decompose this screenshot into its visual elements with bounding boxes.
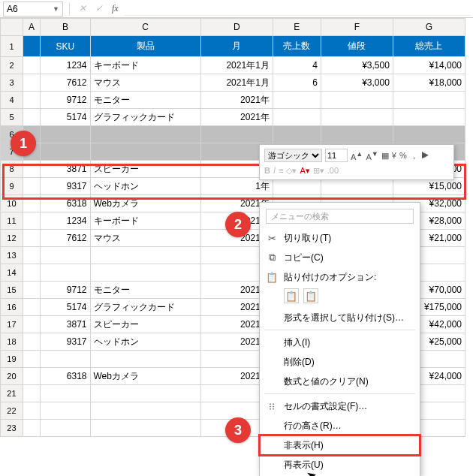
cell[interactable] — [23, 74, 40, 92]
cell[interactable] — [23, 195, 40, 212]
col-header-D[interactable]: D — [200, 19, 273, 36]
menu-hide[interactable]: 非表示(H) — [260, 435, 420, 455]
cell[interactable] — [90, 385, 200, 402]
menu-paste-special[interactable]: 形式を選択して貼り付け(S)… — [260, 308, 420, 327]
cell[interactable]: 値段 — [321, 36, 393, 57]
cell[interactable]: 6318 — [41, 368, 90, 385]
cell[interactable] — [41, 420, 90, 437]
cell[interactable] — [321, 109, 393, 126]
row-header[interactable]: 9 — [1, 178, 23, 195]
menu-search[interactable]: メニューの検索 — [266, 209, 414, 224]
cell[interactable] — [23, 57, 40, 74]
cell[interactable] — [23, 368, 40, 385]
cell[interactable]: 9712 — [41, 92, 90, 109]
cell[interactable] — [90, 247, 200, 264]
menu-row-height[interactable]: 行の高さ(R)… — [260, 416, 420, 435]
merge-icon[interactable]: ▦ — [381, 149, 389, 162]
cell[interactable] — [23, 109, 40, 126]
cell[interactable]: 6318 — [41, 195, 90, 212]
cell[interactable] — [23, 385, 40, 402]
fx-icon[interactable]: fx — [109, 3, 122, 14]
row-header[interactable]: 21 — [1, 385, 23, 402]
row-header[interactable]: 11 — [1, 212, 23, 230]
cell[interactable] — [23, 282, 40, 299]
cell[interactable] — [321, 126, 393, 143]
paste-option-2[interactable]: 📋 — [303, 288, 318, 303]
cell[interactable] — [273, 92, 321, 109]
cell[interactable] — [23, 333, 40, 351]
cell[interactable] — [41, 351, 90, 368]
font-color-icon[interactable]: A▾ — [300, 164, 309, 177]
row-header[interactable]: 17 — [1, 316, 23, 333]
percent-icon[interactable]: % — [399, 149, 407, 162]
cell[interactable]: 3871 — [41, 316, 90, 333]
menu-unhide[interactable]: 再表示(U) — [260, 455, 420, 474]
cell[interactable] — [23, 299, 40, 316]
cell[interactable] — [23, 92, 40, 109]
comma-icon[interactable]: ， — [410, 149, 418, 162]
cell[interactable]: 月 — [200, 36, 273, 57]
cell[interactable]: スピーカー — [90, 316, 200, 333]
row-header[interactable]: 18 — [1, 333, 23, 351]
cell[interactable] — [23, 402, 40, 420]
font-size-input[interactable] — [325, 149, 348, 162]
row-header[interactable]: 10 — [1, 195, 23, 212]
italic-icon[interactable]: I — [273, 164, 276, 177]
fill-color-icon[interactable]: ◇▾ — [286, 164, 297, 177]
cell[interactable]: モニター — [90, 92, 200, 109]
cell[interactable]: 製品 — [90, 36, 200, 57]
row-header[interactable]: 22 — [1, 402, 23, 420]
cell[interactable]: ヘッドホン — [90, 178, 200, 195]
cell[interactable] — [41, 126, 90, 143]
bold-icon[interactable]: B — [264, 164, 270, 177]
border-icon[interactable]: ⊞▾ — [313, 164, 324, 177]
cell[interactable] — [23, 351, 40, 368]
cell[interactable] — [393, 126, 465, 143]
font-select[interactable]: 游ゴシック — [264, 149, 322, 162]
cell[interactable] — [90, 264, 200, 282]
cell[interactable]: 2021年1月 — [200, 74, 273, 92]
cell[interactable] — [90, 143, 200, 161]
row-header[interactable]: 3 — [1, 74, 23, 92]
cell[interactable]: ¥14,000 — [393, 57, 465, 74]
cell[interactable]: 1年 — [200, 178, 273, 195]
cell[interactable]: 2021年 — [200, 92, 273, 109]
cell[interactable]: スピーカー — [90, 161, 200, 178]
cell[interactable]: 1234 — [41, 57, 90, 74]
cell[interactable]: 9712 — [41, 282, 90, 299]
cell[interactable]: 7612 — [41, 74, 90, 92]
row-header[interactable]: 5 — [1, 109, 23, 126]
cell[interactable]: 9317 — [41, 178, 90, 195]
col-header-C[interactable]: C — [90, 19, 200, 36]
cell[interactable]: ¥18,000 — [393, 74, 465, 92]
cell[interactable] — [23, 230, 40, 247]
cell[interactable]: SKU — [41, 36, 90, 57]
row-header[interactable]: 8 — [1, 161, 23, 178]
chevron-down-icon[interactable]: ▼ — [53, 5, 59, 13]
cell[interactable]: 総売上 — [393, 36, 465, 57]
cell[interactable] — [90, 402, 200, 420]
cell[interactable] — [23, 161, 40, 178]
menu-format-cells[interactable]: ⁝⁝セルの書式設定(F)… — [260, 396, 420, 416]
select-all-corner[interactable] — [1, 19, 23, 36]
row-header[interactable]: 15 — [1, 282, 23, 299]
cell[interactable] — [90, 420, 200, 437]
cell[interactable] — [321, 92, 393, 109]
cell[interactable]: グラフィックカード — [90, 109, 200, 126]
cell[interactable] — [41, 402, 90, 420]
menu-copy[interactable]: ⧉コピー(C) — [260, 248, 420, 267]
cell[interactable]: 売上数 — [273, 36, 321, 57]
cell[interactable]: マウス — [90, 74, 200, 92]
cell[interactable] — [23, 178, 40, 195]
cell[interactable] — [23, 316, 40, 333]
col-header-F[interactable]: F — [321, 19, 393, 36]
cell[interactable]: ¥15,000 — [393, 178, 465, 195]
cell[interactable] — [23, 36, 40, 57]
cell[interactable] — [273, 178, 321, 195]
cell[interactable]: 4 — [273, 57, 321, 74]
menu-insert[interactable]: 挿入(I) — [260, 333, 420, 352]
menu-delete[interactable]: 削除(D) — [260, 352, 420, 372]
col-header-B[interactable]: B — [41, 19, 90, 36]
row-header[interactable]: 20 — [1, 368, 23, 385]
name-box[interactable]: A6 ▼ — [3, 2, 63, 17]
